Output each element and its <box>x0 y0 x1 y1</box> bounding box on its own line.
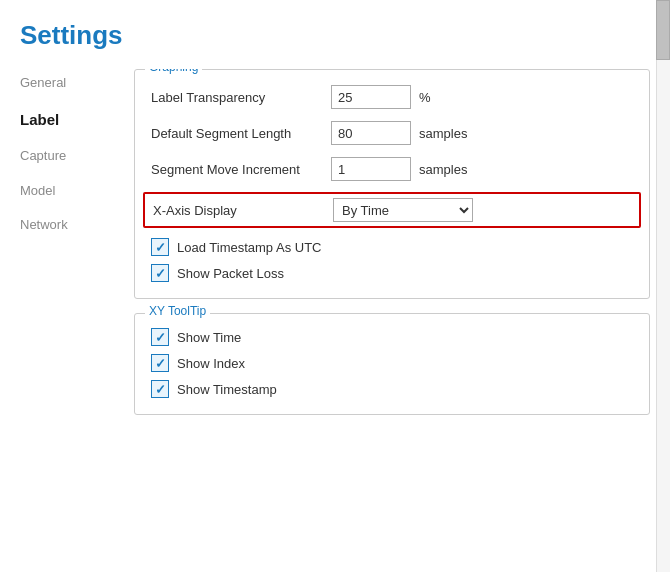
default-segment-length-input[interactable] <box>331 121 411 145</box>
label-transparency-row: Label Transparency % <box>151 84 633 110</box>
sidebar-item-model[interactable]: Model <box>20 179 130 204</box>
load-timestamp-checkbox[interactable]: ✓ <box>151 238 169 256</box>
sidebar-item-capture[interactable]: Capture <box>20 144 130 169</box>
show-time-check: ✓ <box>155 330 166 345</box>
show-packet-loss-row: ✓ Show Packet Loss <box>151 264 633 282</box>
sidebar: General Label Capture Model Network <box>20 69 130 572</box>
show-packet-loss-checkbox[interactable]: ✓ <box>151 264 169 282</box>
label-transparency-label: Label Transparency <box>151 90 331 105</box>
sidebar-item-network[interactable]: Network <box>20 213 130 238</box>
load-timestamp-row: ✓ Load Timestamp As UTC <box>151 238 633 256</box>
segment-move-increment-input[interactable] <box>331 157 411 181</box>
show-index-checkbox[interactable]: ✓ <box>151 354 169 372</box>
page-title: Settings <box>20 20 670 51</box>
show-timestamp-row: ✓ Show Timestamp <box>151 380 633 398</box>
x-axis-display-label: X-Axis Display <box>153 203 333 218</box>
x-axis-display-select[interactable]: By Time By Index By Timestamp <box>333 198 473 222</box>
content-area: General Label Capture Model Network Grap… <box>20 69 670 572</box>
show-time-row: ✓ Show Time <box>151 328 633 346</box>
label-transparency-unit: % <box>419 90 431 105</box>
show-timestamp-check: ✓ <box>155 382 166 397</box>
xy-tooltip-section: XY ToolTip ✓ Show Time ✓ Show Index ✓ <box>134 313 650 415</box>
show-index-label: Show Index <box>177 356 245 371</box>
show-index-row: ✓ Show Index <box>151 354 633 372</box>
graphing-section-label: Graphing <box>145 69 202 74</box>
default-segment-length-label: Default Segment Length <box>151 126 331 141</box>
show-packet-loss-check: ✓ <box>155 266 166 281</box>
scrollbar-track <box>656 69 670 572</box>
default-segment-length-unit: samples <box>419 126 467 141</box>
xy-tooltip-section-label: XY ToolTip <box>145 304 210 318</box>
sidebar-item-general[interactable]: General <box>20 71 130 96</box>
graphing-section: Graphing Label Transparency % Default Se… <box>134 69 650 299</box>
show-time-label: Show Time <box>177 330 241 345</box>
show-packet-loss-label: Show Packet Loss <box>177 266 284 281</box>
main-panel: Graphing Label Transparency % Default Se… <box>130 69 670 572</box>
default-segment-length-row: Default Segment Length samples <box>151 120 633 146</box>
segment-move-increment-unit: samples <box>419 162 467 177</box>
x-axis-display-row: X-Axis Display By Time By Index By Times… <box>143 192 641 228</box>
show-index-check: ✓ <box>155 356 166 371</box>
segment-move-increment-label: Segment Move Increment <box>151 162 331 177</box>
sidebar-item-label[interactable]: Label <box>20 106 130 134</box>
label-transparency-input[interactable] <box>331 85 411 109</box>
show-timestamp-label: Show Timestamp <box>177 382 277 397</box>
segment-move-increment-row: Segment Move Increment samples <box>151 156 633 182</box>
load-timestamp-check: ✓ <box>155 240 166 255</box>
load-timestamp-label: Load Timestamp As UTC <box>177 240 322 255</box>
page-container: Settings General Label Capture Model Net… <box>0 0 670 572</box>
show-timestamp-checkbox[interactable]: ✓ <box>151 380 169 398</box>
show-time-checkbox[interactable]: ✓ <box>151 328 169 346</box>
